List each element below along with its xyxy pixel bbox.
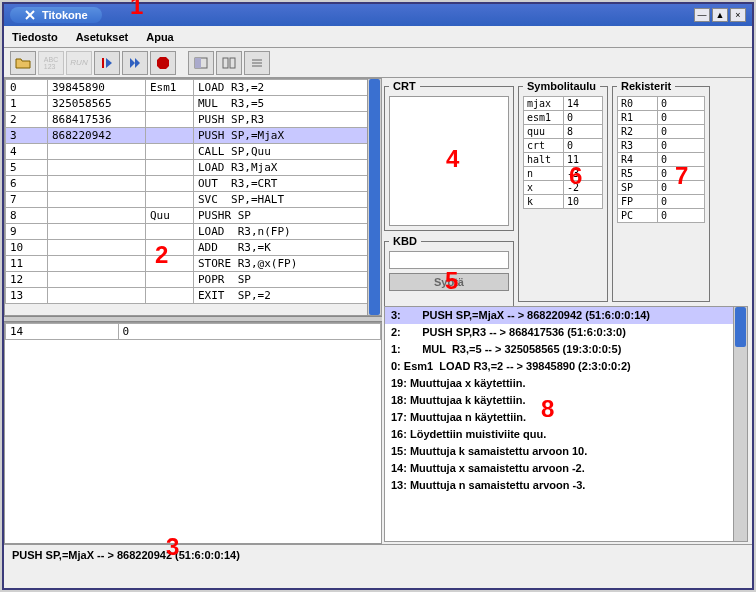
stop-button[interactable]	[150, 51, 176, 75]
symbol-legend: Symbolitaulu	[523, 80, 600, 92]
code-row[interactable]: 4CALL SP,Quu	[6, 144, 381, 160]
minimize-button[interactable]: —	[694, 8, 710, 22]
window-title: Titokone	[42, 9, 88, 21]
log-pane[interactable]: 8 3: PUSH SP,=MjaX -- > 868220942 (51:6:…	[384, 306, 748, 542]
log-line[interactable]: 16: Löydettiin muistiviite quu.	[385, 426, 747, 443]
continue-button[interactable]	[94, 51, 120, 75]
symbol-row[interactable]: quu8	[524, 125, 603, 139]
svg-rect-5	[195, 58, 201, 68]
log-line[interactable]: 1: MUL R3,=5 -- > 325058565 (19:3:0:0:5)	[385, 341, 747, 358]
code-row[interactable]: 1325058565MUL R3,=5	[6, 96, 381, 112]
code-row[interactable]: 8QuuPUSHR SP	[6, 208, 381, 224]
code-row[interactable]: 10ADD R3,=K	[6, 240, 381, 256]
symbol-row[interactable]: mjax14	[524, 97, 603, 111]
crt-display: 4	[389, 96, 509, 226]
register-row[interactable]: R40	[618, 153, 705, 167]
log-line[interactable]: 13: Muuttuja n samaistettu arvoon -3.	[385, 477, 747, 494]
top-panels: CRT 4 KBD Syötä 5 Symbolitaulu mjax14esm	[384, 80, 748, 302]
list-icon	[250, 57, 264, 69]
kbd-submit-button[interactable]: Syötä	[389, 273, 509, 291]
crt-panel: CRT 4	[384, 80, 514, 231]
abc-icon: ABC123	[44, 56, 58, 70]
log-line[interactable]: 17: Muuttujaa n käytettiin.	[385, 409, 747, 426]
register-row[interactable]: R00	[618, 97, 705, 111]
code-row[interactable]: 039845890Esm1LOAD R3,=2	[6, 80, 381, 96]
code-row[interactable]: 13EXIT SP,=2	[6, 288, 381, 304]
annotation-4: 4	[446, 145, 459, 173]
folder-icon	[15, 56, 31, 70]
register-legend: Rekisterit	[617, 80, 675, 92]
main-window: Titokone — ▲ × Tiedosto Asetukset Apua A…	[2, 2, 754, 590]
menu-help[interactable]: Apua	[146, 31, 174, 43]
abc-button[interactable]: ABC123	[38, 51, 64, 75]
code-row[interactable]: 12POPR SP	[6, 272, 381, 288]
register-row[interactable]: PC0	[618, 209, 705, 223]
panel-icon	[194, 57, 208, 69]
view3-button[interactable]	[244, 51, 270, 75]
window-controls: — ▲ ×	[694, 8, 746, 22]
panel2-icon	[222, 57, 236, 69]
log-line[interactable]: 19: Muuttujaa x käytettiin.	[385, 375, 747, 392]
register-row[interactable]: R30	[618, 139, 705, 153]
view1-button[interactable]	[188, 51, 214, 75]
content-area: 039845890Esm1LOAD R3,=21325058565MUL R3,…	[4, 78, 752, 544]
log-line[interactable]: 15: Muuttuja k samaistettu arvoon 10.	[385, 443, 747, 460]
titlebar[interactable]: Titokone — ▲ ×	[4, 4, 752, 26]
log-line[interactable]: 14: Muuttuja x samaistettu arvoon -2.	[385, 460, 747, 477]
register-row[interactable]: FP0	[618, 195, 705, 209]
svg-rect-7	[230, 58, 235, 68]
stop-icon	[156, 56, 170, 70]
log-line[interactable]: 2: PUSH SP,R3 -- > 868417536 (51:6:0:3:0…	[385, 324, 747, 341]
code-row[interactable]: 2868417536PUSH SP,R3	[6, 112, 381, 128]
svg-rect-6	[223, 58, 228, 68]
data-table[interactable]: 140	[5, 323, 381, 340]
symbol-row[interactable]: crt0	[524, 139, 603, 153]
code-pane[interactable]: 039845890Esm1LOAD R3,=21325058565MUL R3,…	[4, 78, 382, 316]
code-row[interactable]: 7SVC SP,=HALT	[6, 192, 381, 208]
code-scrollbar[interactable]	[367, 79, 381, 315]
symbol-row[interactable]: n-3	[524, 167, 603, 181]
log-line[interactable]: 3: PUSH SP,=MjaX -- > 868220942 (51:6:0:…	[385, 307, 747, 324]
status-text: PUSH SP,=MjaX -- > 868220942 (51:6:0:0:1…	[12, 549, 240, 561]
data-pane[interactable]: 140	[4, 322, 382, 544]
register-table[interactable]: R00R10R20R30R40R50SP0FP0PC0	[617, 96, 705, 223]
log-line[interactable]: 18: Muuttujaa k käytettiin.	[385, 392, 747, 409]
log-line[interactable]: 0: Esm1 LOAD R3,=2 -- > 39845890 (2:3:0:…	[385, 358, 747, 375]
code-table[interactable]: 039845890Esm1LOAD R3,=21325058565MUL R3,…	[5, 79, 381, 304]
step-button[interactable]	[122, 51, 148, 75]
log-scrollbar[interactable]	[733, 307, 747, 541]
register-row[interactable]: R50	[618, 167, 705, 181]
code-row[interactable]: 11STORE R3,@x(FP)	[6, 256, 381, 272]
code-row[interactable]: 3868220942PUSH SP,=MjaX	[6, 128, 381, 144]
symbol-row[interactable]: esm10	[524, 111, 603, 125]
code-row[interactable]: 6OUT R3,=CRT	[6, 176, 381, 192]
register-row[interactable]: R10	[618, 111, 705, 125]
statusbar: PUSH SP,=MjaX -- > 868220942 (51:6:0:0:1…	[4, 544, 752, 564]
data-row[interactable]: 140	[6, 324, 381, 340]
menu-file[interactable]: Tiedosto	[12, 31, 58, 43]
app-icon	[24, 9, 36, 21]
close-button[interactable]: ×	[730, 8, 746, 22]
code-row[interactable]: 5LOAD R3,MjaX	[6, 160, 381, 176]
register-panel: Rekisterit R00R10R20R30R40R50SP0FP0PC0 7	[612, 80, 710, 302]
code-row[interactable]: 9LOAD R3,n(FP)	[6, 224, 381, 240]
symbol-panel: Symbolitaulu mjax14esm10quu8crt0halt11n-…	[518, 80, 608, 302]
step-icon	[128, 56, 142, 70]
run-button[interactable]: RUN	[66, 51, 92, 75]
menu-settings[interactable]: Asetukset	[76, 31, 129, 43]
svg-rect-2	[102, 58, 104, 68]
toolbar: ABC123 RUN 1	[4, 48, 752, 78]
register-row[interactable]: SP0	[618, 181, 705, 195]
symbol-row[interactable]: k10	[524, 195, 603, 209]
maximize-button[interactable]: ▲	[712, 8, 728, 22]
right-column: CRT 4 KBD Syötä 5 Symbolitaulu mjax14esm	[382, 78, 750, 544]
crt-legend: CRT	[389, 80, 420, 92]
view2-button[interactable]	[216, 51, 242, 75]
register-row[interactable]: R20	[618, 125, 705, 139]
open-button[interactable]	[10, 51, 36, 75]
kbd-input[interactable]	[389, 251, 509, 269]
symbol-table[interactable]: mjax14esm10quu8crt0halt11n-3x-2k10	[523, 96, 603, 209]
left-column: 039845890Esm1LOAD R3,=21325058565MUL R3,…	[4, 78, 382, 544]
symbol-row[interactable]: x-2	[524, 181, 603, 195]
symbol-row[interactable]: halt11	[524, 153, 603, 167]
